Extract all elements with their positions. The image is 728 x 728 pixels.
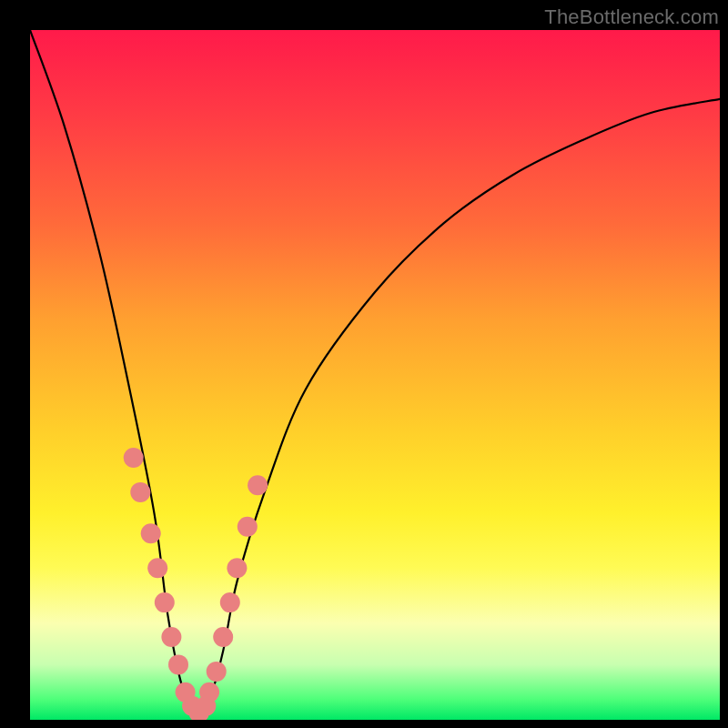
bottleneck-curve	[30, 30, 720, 720]
watermark-label: TheBottleneck.com	[544, 5, 719, 29]
data-point	[161, 627, 181, 647]
data-point	[141, 523, 161, 543]
plot-area	[30, 30, 720, 720]
data-point	[207, 662, 227, 682]
data-point	[238, 517, 258, 537]
data-point	[227, 558, 247, 578]
data-point	[124, 448, 144, 468]
data-point	[130, 482, 150, 502]
data-point	[199, 682, 219, 703]
outer-frame: TheBottleneck.com	[0, 0, 728, 728]
data-point	[248, 475, 268, 495]
data-point	[147, 558, 167, 578]
data-point	[155, 592, 175, 612]
data-point	[220, 592, 240, 612]
data-point	[213, 627, 233, 647]
data-point	[168, 654, 188, 674]
